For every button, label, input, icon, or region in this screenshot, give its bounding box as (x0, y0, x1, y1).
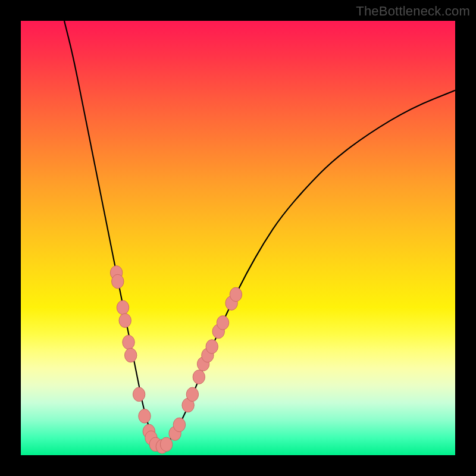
chart-plot-area (21, 21, 455, 455)
data-marker (117, 300, 129, 315)
data-marker (133, 387, 145, 402)
data-marker (123, 335, 134, 349)
data-marker (193, 370, 205, 384)
marker-layer (110, 266, 242, 454)
data-marker (173, 418, 185, 432)
data-marker (186, 387, 198, 402)
data-marker (119, 314, 131, 328)
data-marker (230, 287, 242, 302)
data-marker (206, 340, 218, 354)
chart-frame: TheBottleneck.com (0, 0, 476, 476)
data-marker (217, 316, 228, 330)
data-marker (112, 274, 124, 289)
curve-layer (64, 21, 455, 446)
watermark-text: TheBottleneck.com (356, 4, 470, 19)
data-marker (160, 437, 172, 452)
bottleneck-curve (64, 21, 455, 446)
chart-svg (21, 21, 455, 455)
data-marker (139, 409, 151, 424)
data-marker (125, 348, 137, 362)
